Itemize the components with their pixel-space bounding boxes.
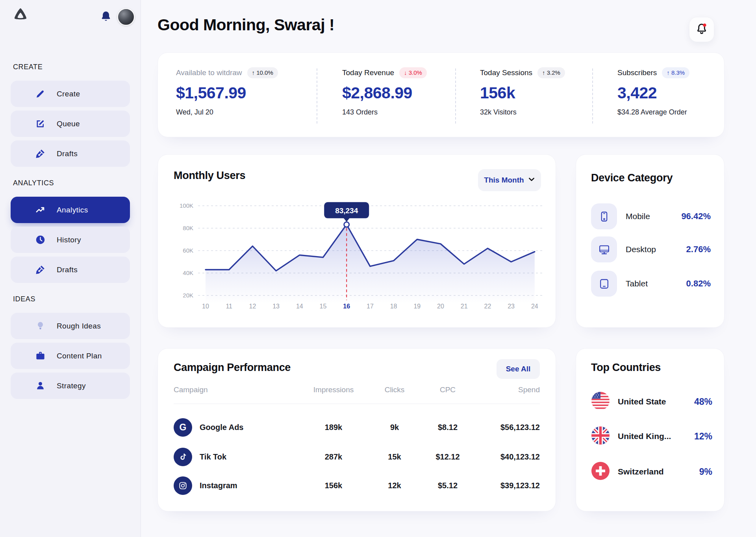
stat-badge: ↓ 3.0%: [399, 67, 427, 78]
country-label: Switzerland: [618, 467, 664, 476]
month-filter-label: This Month: [484, 176, 524, 185]
device-label: Desktop: [626, 245, 656, 254]
svg-text:20: 20: [437, 303, 444, 310]
svg-text:20K: 20K: [183, 292, 193, 299]
divider: [592, 68, 593, 124]
tablet-icon: [591, 271, 617, 297]
table-row-google-ads[interactable]: G Google Ads 189k 9k $8.12 $56,123.12: [174, 415, 540, 439]
svg-text:40K: 40K: [183, 269, 193, 276]
impressions-value: 189k: [302, 423, 365, 432]
impressions-value: 287k: [302, 452, 365, 461]
svg-text:17: 17: [367, 303, 374, 310]
campaign-name: Google Ads: [200, 423, 302, 432]
month-filter-dropdown[interactable]: This Month: [478, 169, 541, 191]
cpc-value: $5.12: [424, 481, 471, 490]
user-avatar[interactable]: [117, 8, 135, 26]
sidebar-item-history[interactable]: History: [11, 227, 130, 253]
stat-sub: Wed, Jul 20: [176, 108, 278, 116]
device-label: Mobile: [626, 212, 650, 221]
stat-subscribers: Subscribers ↑ 8.3% 3,422 $34.28 Average …: [617, 67, 689, 116]
sidebar-item-analytics[interactable]: Analytics: [11, 197, 130, 223]
table-header: Campaign Impressions Clicks CPC Spend: [174, 386, 540, 394]
svg-text:15: 15: [320, 303, 327, 310]
uk-flag-icon: [591, 426, 610, 447]
device-row-tablet: Tablet 0.82%: [591, 271, 711, 297]
pen-nib-icon: [35, 148, 46, 159]
col-impressions: Impressions: [302, 386, 365, 394]
country-value: 48%: [694, 397, 712, 407]
sidebar-item-create[interactable]: Create: [11, 81, 130, 107]
tiktok-icon: [174, 448, 192, 466]
sidebar-item-label: Drafts: [57, 266, 78, 274]
monthly-users-card: Monthly Users This Month 100K80K60K40K20…: [158, 154, 556, 328]
sidebar-item-content-plan[interactable]: Content Plan: [11, 343, 130, 369]
mobile-icon: [591, 203, 617, 229]
stat-available: Available to witdraw ↑ 10.0% $1,567.99 W…: [176, 67, 278, 116]
col-clicks: Clicks: [365, 386, 424, 394]
svg-text:60K: 60K: [183, 247, 193, 254]
svg-text:11: 11: [226, 303, 232, 310]
see-all-button[interactable]: See All: [497, 359, 540, 379]
sidebar-section-analytics: ANALYTICS: [13, 179, 54, 187]
campaign-name: Instagram: [200, 481, 302, 490]
top-countries-card: Top Countries United State 48%: [576, 348, 724, 511]
stat-label: Available to witdraw: [176, 68, 242, 77]
stat-revenue: Today Revenue ↓ 3.0% $2,868.99 143 Order…: [342, 67, 427, 116]
sidebar-item-drafts-2[interactable]: Drafts: [11, 257, 130, 283]
spend-value: $40,123.12: [471, 452, 540, 461]
sidebar-item-label: Strategy: [57, 382, 86, 390]
bell-icon: [695, 22, 708, 37]
sidebar-item-drafts[interactable]: Drafts: [11, 140, 130, 167]
stat-badge: ↑ 8.3%: [662, 67, 689, 78]
instagram-icon: [174, 476, 192, 495]
sidebar-item-label: Drafts: [57, 149, 78, 158]
table-row-instagram[interactable]: Instagram 156k 12k $5.12 $39,123.12: [174, 474, 540, 497]
desktop-icon: [591, 236, 617, 262]
us-flag-icon: [591, 391, 610, 412]
sidebar-item-queue[interactable]: Queue: [11, 111, 130, 137]
sidebar-item-label: Create: [57, 90, 80, 98]
divider: [174, 404, 540, 404]
svg-text:14: 14: [296, 303, 303, 310]
svg-text:18: 18: [390, 303, 397, 310]
sidebar-item-rough-ideas[interactable]: Rough Ideas: [11, 313, 130, 339]
notification-button[interactable]: [689, 17, 714, 42]
person-icon: [35, 380, 46, 391]
sidebar-bell-icon[interactable]: [100, 10, 112, 23]
stat-value: $2,868.99: [342, 84, 427, 102]
sidebar-item-label: History: [57, 236, 81, 244]
stat-sub: 143 Orders: [342, 108, 427, 116]
sidebar-item-label: Rough Ideas: [57, 322, 101, 330]
country-label: United State: [618, 397, 666, 406]
svg-text:16: 16: [343, 303, 350, 310]
stat-value: 3,422: [617, 84, 689, 102]
svg-text:13: 13: [272, 303, 280, 310]
country-value: 9%: [699, 467, 712, 477]
device-category-card: Device Category Mobile 96.42% Desktop 2.…: [576, 154, 724, 328]
sidebar-item-strategy[interactable]: Strategy: [11, 373, 130, 399]
page-title: Good Morning, Swaraj !: [158, 16, 334, 34]
impressions-value: 156k: [302, 481, 365, 490]
stat-sub: $34.28 Average Order: [617, 108, 689, 116]
card-title: Top Countries: [591, 362, 661, 374]
clicks-value: 9k: [365, 423, 424, 432]
table-row-tiktok[interactable]: Tik Tok 287k 15k $12.12 $40,123.12: [174, 445, 540, 469]
col-spend: Spend: [471, 386, 540, 394]
stat-value: $1,567.99: [176, 84, 278, 102]
stat-value: 156k: [480, 84, 565, 102]
dashboard-page: CREATE Create Queue Drafts ANALYTICS: [0, 0, 756, 537]
edit-square-icon: [35, 118, 46, 129]
see-all-label: See All: [506, 365, 531, 373]
cpc-value: $8.12: [424, 423, 471, 432]
sidebar-item-label: Queue: [57, 120, 80, 128]
pencil-icon: [35, 89, 46, 99]
google-icon: G: [174, 418, 192, 437]
svg-text:12: 12: [249, 303, 256, 310]
card-title: Device Category: [591, 172, 673, 184]
country-value: 12%: [694, 431, 712, 442]
country-label: United King...: [618, 432, 671, 441]
divider: [455, 68, 456, 124]
device-value: 0.82%: [686, 279, 711, 289]
svg-text:19: 19: [413, 303, 421, 310]
chevron-down-icon: [528, 176, 535, 185]
